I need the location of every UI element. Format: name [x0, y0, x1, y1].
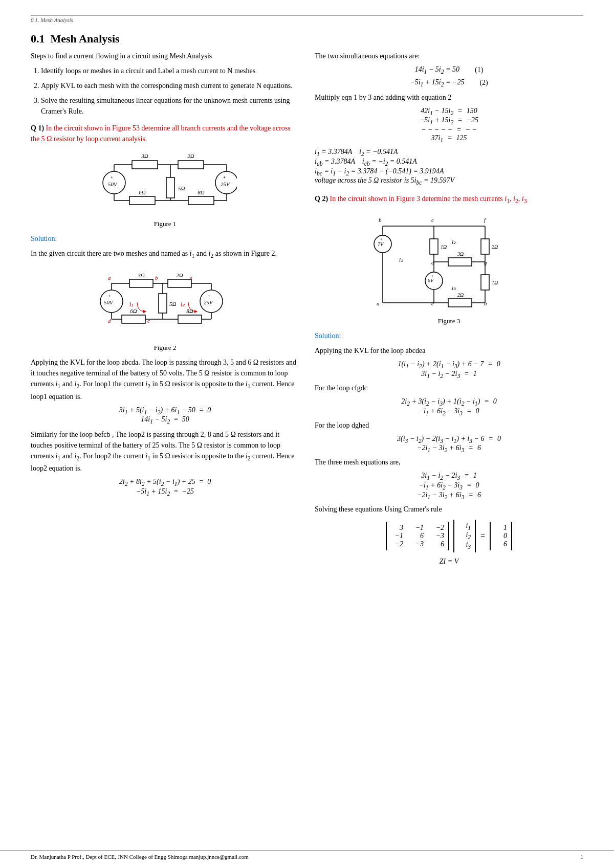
- q2-text1: Applying the KVL for the loop abcdea: [315, 345, 583, 356]
- svg-text:1Ω: 1Ω: [492, 280, 498, 285]
- svg-text:6V: 6V: [428, 278, 434, 283]
- svg-text:a: a: [108, 275, 111, 281]
- svg-text:3Ω: 3Ω: [141, 153, 148, 159]
- loop-dghed-label: For the loop dghed: [315, 420, 583, 431]
- loop-cfgdc-label: For the loop cfgdc: [315, 383, 583, 393]
- svg-text:2Ω: 2Ω: [457, 292, 463, 298]
- multiply-text: Multiply eqn 1 by 3 and adding with equa…: [315, 92, 583, 103]
- figure-1-svg: 3Ω 2Ω + 50V + 25V: [94, 149, 237, 216]
- left-column: Steps to find a current flowing in a cir…: [31, 51, 299, 569]
- matrix-equation: 3−1−2 −16−3 −2−36 i1 i2 i3 = 1 0 6: [315, 520, 583, 552]
- svg-rect-1: [132, 161, 158, 169]
- loop1-equations: 3i1 + 5(i1 − i2) + 6i1 − 50 = 0 14i1 − 5…: [31, 406, 299, 426]
- solution-label-1: Solution:: [31, 233, 299, 244]
- eq2-row: −5i1 + 15i2 = −25 (2): [315, 78, 583, 88]
- svg-text:2Ω: 2Ω: [187, 153, 194, 159]
- svg-text:1Ω: 1Ω: [441, 244, 447, 250]
- three-mesh-eqs: 3i1 − i2 − 2i3=1 −i1 + 6i2 − 3i3=0 −2i1 …: [315, 472, 583, 500]
- solution-text-1: In the given circuit there are two meshe…: [31, 248, 299, 260]
- svg-rect-4: [178, 161, 204, 169]
- svg-rect-39: [168, 279, 191, 287]
- svg-text:b: b: [155, 275, 158, 281]
- calc-block: 42i1 − 15i2=150 −5i1 + 15i2=−25 − − − − …: [315, 107, 583, 144]
- figure-3-label: Figure 3: [315, 317, 583, 325]
- svg-text:g: g: [484, 259, 487, 265]
- steps-list: Identify loops or meshes in a circuit an…: [41, 65, 299, 117]
- footer: Dr. Manjunatha P Prof., Dept of ECE, JNN…: [0, 850, 614, 863]
- svg-rect-83: [430, 239, 438, 254]
- page-number: 1: [581, 854, 584, 860]
- three-mesh-label: The three mesh equations are,: [315, 457, 583, 468]
- step-3: Solve the resulting simultaneous linear …: [41, 95, 299, 117]
- right-column: The two simultaneous equations are: 14i1…: [315, 51, 583, 569]
- figure-2-container: a b e d c f 3Ω 2Ω: [31, 265, 299, 352]
- svg-text:i₂: i₂: [181, 301, 185, 308]
- svg-text:+: +: [223, 174, 226, 180]
- solution-text-2: Applying the KVL for the loop abcda. The…: [31, 357, 299, 402]
- svg-text:8Ω: 8Ω: [198, 189, 205, 195]
- results: i1 = 3.3784A i2 = −0.541A iab = 3.3784A …: [315, 148, 583, 186]
- section-title: 0.1 Mesh Analysis: [31, 32, 583, 46]
- figure-3-container: a b c d e f g h + 7V: [315, 211, 583, 325]
- svg-text:+: +: [380, 236, 383, 241]
- svg-rect-91: [448, 258, 472, 266]
- loop-abcdea: 1(i1 − i2) + 2(i1 − i3) + 6 − 7=0 3i1 − …: [315, 360, 583, 380]
- figure-1-container: 3Ω 2Ω + 50V + 25V: [31, 149, 299, 228]
- svg-text:5Ω: 5Ω: [178, 185, 185, 191]
- svg-text:i₁: i₁: [129, 301, 134, 308]
- svg-text:h: h: [484, 300, 487, 306]
- footer-text: Dr. Manjunatha P Prof., Dept of ECE, JNN…: [31, 854, 249, 860]
- svg-rect-18: [166, 177, 174, 198]
- loop2-equations: 2i2 + 8i2 + 5(i2 − i1) + 25 = 0 −5i1 + 1…: [31, 478, 299, 497]
- svg-text:i₁: i₁: [399, 257, 403, 263]
- svg-rect-104: [448, 299, 472, 307]
- svg-text:a: a: [377, 300, 380, 306]
- main-content: Steps to find a current flowing in a cir…: [31, 51, 583, 569]
- svg-text:25V: 25V: [204, 299, 213, 305]
- loop-cfgdc: 2i2 + 3(i2 − i3) + 1(i2 − i1)=0 −i1 + 6i…: [315, 397, 583, 417]
- sim-eq-text: The two simultaneous equations are:: [315, 51, 583, 61]
- step-1: Identify loops or meshes in a circuit an…: [41, 65, 299, 76]
- svg-text:7V: 7V: [378, 241, 384, 247]
- svg-rect-22: [129, 196, 155, 205]
- page: 0.1. Mesh Analysis 0.1 Mesh Analysis Ste…: [0, 0, 614, 868]
- svg-text:i₃: i₃: [452, 285, 456, 291]
- svg-text:+: +: [110, 174, 114, 180]
- svg-rect-36: [129, 279, 153, 287]
- svg-text:3Ω: 3Ω: [137, 272, 145, 278]
- svg-text:+: +: [107, 293, 111, 299]
- q1-question: Q 1) In the circuit shown in Figure 53 d…: [31, 123, 299, 144]
- header: 0.1. Mesh Analysis: [31, 15, 583, 27]
- figure-2-label: Figure 2: [31, 344, 299, 352]
- svg-text:c: c: [147, 318, 150, 324]
- header-text: 0.1. Mesh Analysis: [31, 17, 73, 23]
- svg-text:2Ω: 2Ω: [176, 272, 183, 278]
- svg-rect-26: [188, 196, 214, 205]
- svg-text:6Ω: 6Ω: [130, 308, 137, 314]
- svg-text:3Ω: 3Ω: [456, 251, 463, 257]
- svg-text:f: f: [484, 217, 487, 223]
- svg-text:b: b: [379, 217, 382, 223]
- svg-rect-95: [481, 275, 489, 290]
- svg-text:6Ω: 6Ω: [139, 189, 146, 195]
- svg-text:8Ω: 8Ω: [186, 308, 193, 314]
- cramer-text: Solving these equations Using Cramer's r…: [315, 504, 583, 515]
- svg-text:d: d: [108, 318, 111, 324]
- solution-label-2: Solution:: [315, 330, 583, 341]
- svg-text:2Ω: 2Ω: [492, 244, 498, 250]
- figure-1-label: Figure 1: [31, 220, 299, 228]
- intro-text: Steps to find a current flowing in a cir…: [31, 51, 299, 61]
- svg-rect-53: [159, 294, 167, 313]
- figure-2-svg: a b e d c f 3Ω 2Ω: [89, 265, 242, 340]
- eq1-row: 14i1 − 5i2 = 50 (1): [315, 65, 583, 75]
- svg-text:c: c: [431, 217, 434, 223]
- svg-rect-59: [122, 315, 145, 323]
- svg-text:+: +: [207, 293, 211, 299]
- svg-rect-63: [178, 315, 202, 323]
- zi-eq: ZI = V: [315, 558, 583, 566]
- svg-text:5Ω: 5Ω: [169, 301, 177, 307]
- q2-question: Q 2) In the circuit shown in Figure 3 de…: [315, 193, 583, 206]
- svg-rect-87: [481, 239, 489, 254]
- svg-text:50V: 50V: [108, 181, 118, 187]
- solution-text-3: Similarly for the loop befcb , The loop2…: [31, 429, 299, 474]
